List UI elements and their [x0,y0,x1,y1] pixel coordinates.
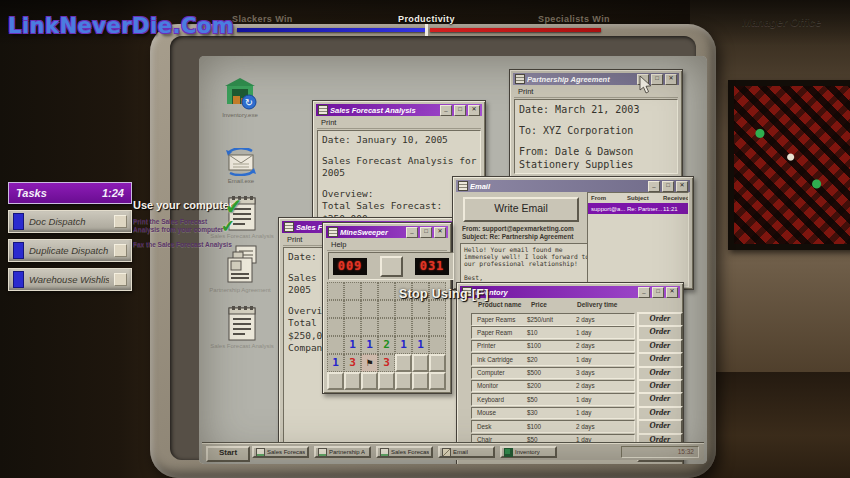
hidden-cell[interactable] [378,372,395,390]
revealed-cell[interactable] [429,318,446,336]
revealed-cell[interactable] [327,300,344,318]
close-button[interactable]: ✕ [434,227,446,238]
revealed-cell[interactable] [378,300,395,318]
number-cell[interactable]: 1 [395,336,412,354]
close-button[interactable]: ✕ [666,287,678,298]
revealed-cell[interactable] [395,318,412,336]
email-list-row[interactable]: support@a...Re: Partner...11:21 [588,203,688,214]
revealed-cell[interactable] [412,300,429,318]
taskbar-window-button[interactable]: Sales Forecas [376,446,433,458]
document-icon [227,304,257,342]
hidden-cell[interactable] [361,372,378,390]
column-header: Price [531,301,547,308]
revealed-cell[interactable] [344,300,361,318]
hidden-cell[interactable] [412,372,429,390]
desktop-icon-email[interactable] [225,148,257,180]
taskbar-window-button[interactable]: Partnership A [314,446,371,458]
document-icon [284,222,294,232]
close-button[interactable]: ✕ [676,181,688,192]
inventory-rows: Paper Reams$250/unit2 daysOrderPaper Rea… [457,312,683,459]
titlebar[interactable]: Partnership Agreement _ □ ✕ [513,73,679,85]
number-cell[interactable]: 1 [412,336,429,354]
revealed-cell[interactable] [395,300,412,318]
number-cell[interactable]: 2 [378,336,395,354]
product-price: $30 [527,409,538,416]
hidden-cell[interactable] [429,354,446,372]
table-row: Desk$1002 daysOrder [457,419,683,432]
product-delivery: 1 day [576,329,591,336]
revealed-cell[interactable] [429,336,446,354]
titlebar[interactable]: Email _ □ ✕ [456,180,690,192]
task-checkbox[interactable] [114,215,127,228]
close-button[interactable]: ✕ [665,74,677,85]
hidden-cell[interactable] [395,354,412,372]
product-price: $50 [527,436,538,443]
revealed-cell[interactable] [327,336,344,354]
menu-print[interactable]: Print [514,87,678,98]
number-cell[interactable]: 1 [344,336,361,354]
maximize-button[interactable]: □ [420,227,432,238]
revealed-cell[interactable] [361,282,378,300]
revealed-cell[interactable] [378,318,395,336]
smiley-button[interactable] [380,256,403,277]
taskbar-window-button[interactable]: Inventory [500,446,557,458]
titlebar[interactable]: Sales Forecast Analysis _ □ ✕ [316,104,482,116]
task-checkbox[interactable] [114,244,127,257]
revealed-cell[interactable] [361,300,378,318]
menu-print[interactable]: Print [317,118,481,129]
number-cell[interactable]: 3 [378,354,395,372]
revealed-cell[interactable] [344,318,361,336]
row-info: Keyboard$501 day [471,393,635,406]
taskbar-window-button[interactable]: Email [438,446,495,458]
flag-cell[interactable]: ⚑ [361,354,378,372]
task-item[interactable]: Doc Dispatch [8,210,132,233]
number-cell[interactable]: 1 [361,336,378,354]
minesweeper-counter-panel: 009 031 [328,252,454,280]
revealed-cell[interactable] [412,318,429,336]
desktop-icon-sales-forecast-2[interactable] [227,304,257,346]
hidden-cell[interactable] [344,372,361,390]
titlebar[interactable]: MineSweeper _ □ ✕ [326,226,448,238]
close-button[interactable]: ✕ [468,105,480,116]
number-cell[interactable]: 1 [327,354,344,372]
revealed-cell[interactable] [378,282,395,300]
document-line: To: XYZ Corporation [519,124,673,137]
revealed-cell[interactable] [344,282,361,300]
menu-help[interactable]: Help [327,240,447,251]
task-item[interactable]: Warehouse Wishlist [8,268,132,291]
window-inventory: Inventory _ □ ✕ Product name Price Deliv… [456,282,684,464]
icon-label: Sales Forecast Analysis [206,343,278,349]
hidden-cell[interactable] [395,372,412,390]
task-checkbox[interactable] [114,273,127,286]
number-cell[interactable]: 3 [344,354,361,372]
product-delivery: 1 day [576,396,591,403]
window-title: MineSweeper [340,228,404,237]
revealed-cell[interactable] [361,318,378,336]
maximize-button[interactable]: □ [454,105,466,116]
taskbar-window-button[interactable]: Sales Forecas [252,446,309,458]
task-label: Doc Dispatch [29,216,109,227]
minimize-button[interactable]: _ [648,181,660,192]
product-name: Ink Cartridge [477,356,513,363]
revealed-cell[interactable] [327,318,344,336]
titlebar[interactable]: Inventory _ □ ✕ [460,286,680,298]
product-price: $10 [527,329,538,336]
minimize-button[interactable]: _ [638,287,650,298]
email-icon [225,148,257,176]
task-item[interactable]: Duplicate Dispatch [8,239,132,262]
mail-subject: Re: Partner... [627,206,663,212]
maximize-button[interactable]: □ [652,287,664,298]
start-button[interactable]: Start [206,446,250,462]
revealed-cell[interactable] [429,300,446,318]
revealed-cell[interactable] [327,282,344,300]
write-email-button[interactable]: Write Email [463,197,579,222]
minimize-button[interactable]: _ [440,105,452,116]
minimize-button[interactable]: _ [406,227,418,238]
hidden-cell[interactable] [412,354,429,372]
desktop-icon-partnership[interactable] [225,244,259,290]
desktop-icon-inventory[interactable]: ↻ [223,76,257,114]
hidden-cell[interactable] [327,372,344,390]
maximize-button[interactable]: □ [662,181,674,192]
task-label: Duplicate Dispatch [29,245,109,256]
hidden-cell[interactable] [429,372,446,390]
